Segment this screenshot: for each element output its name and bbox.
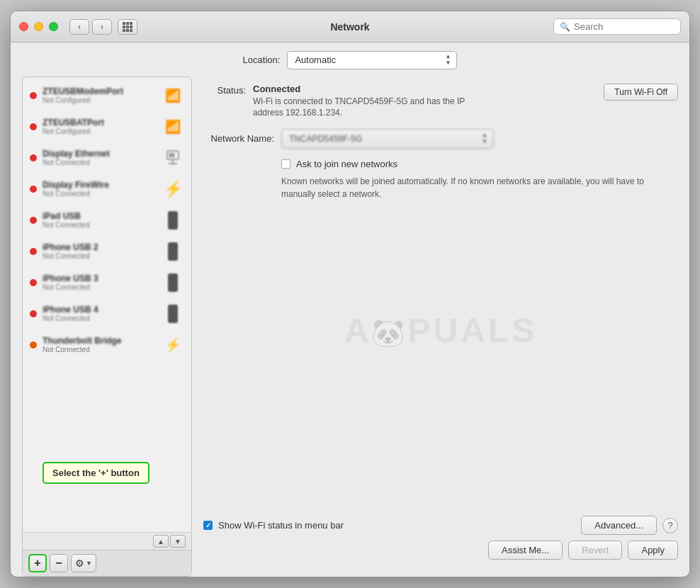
location-stepper: ▲ ▼: [445, 54, 451, 67]
status-dot-5: [30, 248, 37, 255]
sidebar-item-icon-5: [162, 240, 184, 263]
sidebar-item-2[interactable]: Display Ethernet Not Connected: [23, 142, 191, 174]
status-label: Status:: [203, 84, 246, 96]
sidebar-item-name-8: Thunderbolt Bridge: [43, 336, 156, 346]
network-name-row: Network Name: TNCAPD5459F-5G ▲ ▼: [203, 129, 678, 149]
location-select[interactable]: Automatic ▲ ▼: [287, 51, 457, 69]
advanced-help-area: Advanced... ?: [581, 516, 678, 535]
status-value: Connected: [253, 84, 597, 94]
sidebar-item-icon-2: [162, 147, 184, 169]
sidebar-item-status-8: Not Connected: [43, 346, 156, 354]
sidebar-item-info-2: Display Ethernet Not Connected: [43, 149, 156, 166]
right-panel: A🐼PUALS Status: Connected Wi-Fi is conne…: [203, 77, 678, 577]
sidebar-item-status-1: Not Configured: [43, 128, 156, 135]
sidebar-item-5[interactable]: iPhone USB 2 Not Connected: [23, 236, 191, 267]
turn-wifi-button[interactable]: Turn Wi-Fi Off: [604, 84, 678, 101]
search-icon: 🔍: [560, 22, 570, 32]
iphone4-icon: [168, 305, 178, 323]
remove-network-button[interactable]: −: [50, 554, 68, 572]
ethernet-icon: [163, 148, 183, 168]
status-dot-6: [30, 279, 37, 286]
sidebar-item-name-0: ZTEUSBModemPort: [43, 86, 156, 96]
network-stepper: ▲ ▼: [482, 132, 487, 145]
sidebar-item-status-7: Not Connected: [43, 315, 156, 322]
revert-button[interactable]: Revert: [568, 541, 622, 560]
network-name-label: Network Name:: [203, 133, 274, 144]
gear-icon: ⚙: [75, 558, 84, 569]
wifi-icon: 📶: [165, 88, 181, 103]
sidebar-item-7[interactable]: iPhone USB 4 Not Connected: [23, 298, 191, 329]
firewire-icon: ⚡: [164, 180, 183, 198]
search-box[interactable]: 🔍: [553, 18, 681, 35]
sidebar-item-icon-3: ⚡: [162, 178, 184, 200]
svg-rect-1: [169, 153, 171, 157]
sidebar-item-3[interactable]: Display FireWire Not Connected ⚡: [23, 174, 191, 205]
sidebar-item-info-6: iPhone USB 3 Not Connected: [43, 273, 156, 291]
grid-icon: [123, 22, 132, 32]
close-button[interactable]: [19, 22, 28, 31]
advanced-button[interactable]: Advanced...: [581, 516, 657, 535]
sidebar-item-1[interactable]: ZTEUSBATPort Not Configured 📶: [23, 111, 191, 142]
location-value: Automatic: [295, 55, 336, 65]
sidebar-item-info-5: iPhone USB 2 Not Connected: [43, 242, 156, 260]
scroll-arrows-area: ▲ ▼: [23, 532, 191, 550]
sidebar-item-status-6: Not Connected: [43, 283, 156, 291]
traffic-lights: [19, 22, 58, 31]
tooltip: Select the '+' button: [43, 462, 149, 484]
sidebar-item-name-2: Display Ethernet: [43, 149, 156, 159]
status-info: Connected Wi-Fi is connected to TNCAPD54…: [253, 84, 597, 120]
scroll-up-button[interactable]: ▲: [153, 535, 169, 548]
sidebar-scroll-buttons: ▲ ▼: [153, 535, 186, 548]
watermark: A🐼PUALS: [344, 310, 537, 349]
sidebar-item-info-7: iPhone USB 4 Not Connected: [43, 305, 156, 322]
show-wifi-checkbox[interactable]: [203, 521, 213, 530]
search-input[interactable]: [574, 21, 666, 32]
scroll-down-button[interactable]: ▼: [170, 535, 186, 548]
maximize-button[interactable]: [49, 22, 58, 31]
sidebar-item-6[interactable]: iPhone USB 3 Not Connected: [23, 267, 191, 298]
sidebar-item-icon-1: 📶: [162, 115, 184, 138]
gear-dropdown-arrow-icon: ▼: [86, 560, 92, 567]
add-network-button[interactable]: +: [28, 554, 47, 572]
minimize-button[interactable]: [34, 22, 43, 31]
network-name-value: TNCAPD5459F-5G: [289, 134, 362, 144]
apply-button[interactable]: Apply: [628, 541, 678, 560]
action-row: Assist Me... Revert Apply: [203, 541, 678, 570]
sidebar-item-icon-8: ⚡: [162, 334, 184, 356]
nav-buttons: ‹ ›: [69, 19, 112, 35]
status-dot-2: [30, 154, 37, 162]
forward-button[interactable]: ›: [92, 19, 112, 35]
ask-join-checkbox[interactable]: [281, 159, 290, 169]
status-dot-0: [30, 92, 37, 99]
sidebar-item-status-0: Not Configured: [43, 96, 156, 104]
status-dot-3: [30, 186, 37, 193]
thunderbolt-icon: ⚡: [165, 337, 181, 353]
iphone2-icon: [168, 242, 178, 261]
ask-join-label: Ask to join new networks: [296, 159, 397, 169]
sidebar-item-4[interactable]: iPad USB Not Connected: [23, 205, 191, 236]
sidebar-item-8[interactable]: Thunderbolt Bridge Not Connected ⚡: [23, 329, 191, 361]
help-button[interactable]: ?: [662, 518, 678, 533]
location-bar: Location: Automatic ▲ ▼: [11, 43, 689, 77]
tooltip-text: Select the '+' button: [52, 468, 140, 478]
down-arrow-icon: ▼: [445, 60, 451, 67]
sidebar-item-0[interactable]: ZTEUSBModemPort Not Configured 📶: [23, 80, 191, 111]
window-title: Network: [330, 21, 369, 33]
assist-me-button[interactable]: Assist Me...: [488, 541, 563, 560]
apps-grid-button[interactable]: [118, 19, 137, 35]
sidebar-item-name-5: iPhone USB 2: [43, 242, 156, 252]
sidebar-item-icon-6: [162, 271, 184, 294]
ask-join-row: Ask to join new networks: [281, 159, 678, 169]
ask-join-desc: Known networks will be joined automatica…: [281, 175, 678, 200]
gear-button[interactable]: ⚙ ▼: [71, 554, 96, 572]
network-name-select[interactable]: TNCAPD5459F-5G ▲ ▼: [281, 129, 494, 149]
sidebar-toolbar: + − ⚙ ▼: [23, 550, 191, 576]
status-dot-8: [30, 341, 37, 349]
sidebar-item-status-3: Not Connected: [43, 190, 156, 198]
sidebar-item-info-0: ZTEUSBModemPort Not Configured: [43, 86, 156, 104]
status-description: Wi-Fi is connected to TNCAPD5459F-5G and…: [253, 96, 480, 120]
bottom-controls-area: Show Wi-Fi status in menu bar Advanced..…: [203, 516, 678, 570]
net-down-arrow-icon: ▼: [482, 139, 487, 145]
sidebar-item-name-1: ZTEUSBATPort: [43, 118, 156, 128]
back-button[interactable]: ‹: [69, 19, 89, 35]
